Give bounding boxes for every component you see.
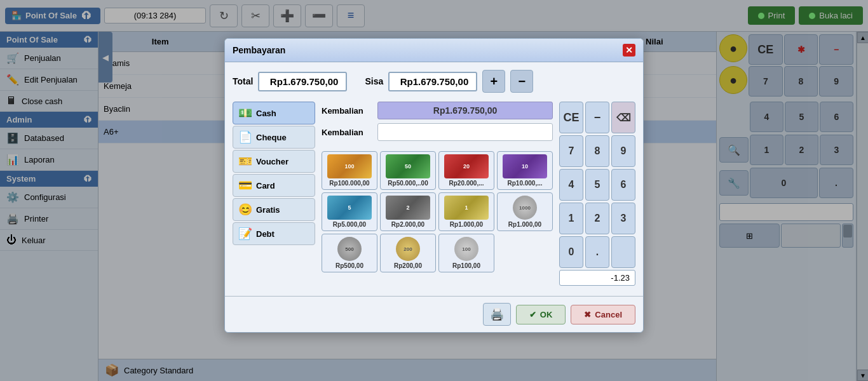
numpad-ce[interactable]: CE [559, 102, 583, 133]
numpad-3[interactable]: 3 [611, 203, 635, 234]
coin-500-visual: 500 [337, 237, 362, 261]
bill-50k-visual: 50 [386, 154, 430, 178]
payment-right: Kembalian Kembalian 100 Rp100 [322, 102, 553, 288]
payment-dialog: Pembayaran ✕ Total Rp1.679.750,00 Sisa R… [224, 38, 644, 333]
plus-btn[interactable]: + [482, 70, 505, 93]
numpad-2[interactable]: 2 [585, 203, 609, 234]
numpad-0[interactable]: 0 [559, 236, 583, 268]
coin-1000-value: Rp1.000,00 [508, 221, 541, 228]
currency-coin-1000[interactable]: 1000 Rp1.000,00 [497, 192, 553, 231]
currency-50k[interactable]: 50 Rp50.000,..00 [380, 151, 436, 190]
cheque-icon: 📄 [238, 130, 252, 144]
numpad-display: -1.23 [559, 270, 635, 286]
minus-btn-dialog[interactable]: − [510, 70, 533, 93]
numpad-6[interactable]: 6 [611, 169, 635, 201]
bill-2k-visual: 2 [386, 196, 430, 220]
payment-dialog-overlay: Pembayaran ✕ Total Rp1.679.750,00 Sisa R… [0, 0, 868, 381]
currency-10k[interactable]: 10 Rp10.000,... [497, 151, 553, 190]
kembalian-input2[interactable] [377, 123, 553, 141]
currency-2k[interactable]: 2 Rp2.000,00 [380, 192, 436, 231]
dialog-footer: 🖨️ ✔ OK ✖ Cancel [225, 296, 643, 332]
coin-200-value: Rp200,00 [394, 262, 422, 269]
gratis-icon: 😊 [238, 203, 252, 217]
numpad-minus[interactable]: − [585, 102, 609, 133]
currency-2k-value: Rp2.000,00 [391, 221, 424, 228]
coin-500-value: Rp500,00 [336, 262, 363, 269]
footer-print-button[interactable]: 🖨️ [483, 303, 511, 326]
pay-cash[interactable]: 💵 Cash [233, 102, 315, 124]
numpad-dot[interactable]: . [585, 236, 609, 268]
cash-icon: 💵 [238, 106, 252, 120]
coin-100-value: Rp100,00 [452, 262, 480, 269]
numpad: CE − ⌫ 7 8 9 4 5 6 1 2 3 0 . [559, 102, 635, 268]
numpad-section: CE − ⌫ 7 8 9 4 5 6 1 2 3 0 . [559, 102, 635, 288]
bill-10k-visual: 10 [503, 154, 547, 178]
kembalian-row1: Kembalian [322, 102, 553, 119]
currency-50k-value: Rp50.000,..00 [388, 180, 428, 187]
voucher-icon: 🎫 [238, 154, 252, 168]
kembalian-label1: Kembalian [322, 106, 372, 116]
ok-check-icon: ✔ [529, 310, 536, 319]
currency-5k-value: Rp5.000,00 [333, 221, 366, 228]
currency-100k-value: Rp100.000,00 [329, 180, 369, 187]
numpad-7[interactable]: 7 [559, 135, 583, 167]
currency-20k-value: Rp20.000,... [449, 180, 484, 187]
numpad-del[interactable]: ⌫ [611, 102, 635, 133]
coin-200-visual: 200 [396, 237, 420, 261]
pay-card[interactable]: 💳 Card [233, 174, 315, 197]
bill-20k-visual: 20 [444, 154, 489, 178]
bill-1k-visual: 1 [444, 196, 489, 220]
dialog-close-button[interactable]: ✕ [623, 44, 635, 57]
pay-debt[interactable]: 📝 Debt [233, 222, 315, 245]
dialog-title: Pembayaran [233, 45, 285, 55]
cancel-x-icon: ✖ [584, 310, 591, 319]
sisa-value: Rp1.679.750,00 [388, 72, 477, 91]
cancel-button[interactable]: ✖ Cancel [571, 305, 635, 324]
currency-1k-bill-value: Rp1.000,00 [450, 221, 483, 228]
bill-5k-visual: 5 [327, 196, 372, 220]
currency-coin-200[interactable]: 200 Rp200,00 [380, 234, 436, 272]
total-row: Total Rp1.679.750,00 Sisa Rp1.679.750,00… [233, 70, 635, 93]
kembalian-section: Kembalian Kembalian [322, 102, 553, 141]
sisa-label: Sisa [365, 76, 383, 86]
bill-100k-visual: 100 [327, 154, 372, 178]
currency-10k-value: Rp10.000,... [507, 180, 542, 187]
currency-1k-bill[interactable]: 1 Rp1.000,00 [438, 192, 494, 231]
kembalian-label2: Kembalian [322, 128, 372, 137]
total-value: Rp1.679.750,00 [258, 72, 347, 91]
currency-grid: 100 Rp100.000,00 50 Rp50.000,..00 20 Rp2… [322, 151, 553, 272]
coin-1000-visual: 1000 [513, 196, 537, 220]
dialog-body: Total Rp1.679.750,00 Sisa Rp1.679.750,00… [225, 62, 643, 296]
numpad-9[interactable]: 9 [611, 135, 635, 167]
numpad-8[interactable]: 8 [585, 135, 609, 167]
debt-icon: 📝 [238, 227, 252, 241]
numpad-4[interactable]: 4 [559, 169, 583, 201]
total-label: Total [233, 76, 253, 86]
currency-5k[interactable]: 5 Rp5.000,00 [322, 192, 377, 231]
numpad-1[interactable]: 1 [559, 203, 583, 234]
pay-gratis[interactable]: 😊 Gratis [233, 198, 315, 221]
ok-button[interactable]: ✔ OK [516, 305, 566, 324]
numpad-placeholder [611, 236, 635, 268]
pay-cheque[interactable]: 📄 Cheque [233, 126, 315, 149]
kembalian-row2: Kembalian [322, 123, 553, 141]
currency-100k[interactable]: 100 Rp100.000,00 [322, 151, 377, 190]
pay-voucher[interactable]: 🎫 Voucher [233, 150, 315, 173]
payment-methods: 💵 Cash 📄 Cheque 🎫 Voucher 💳 Card [233, 102, 315, 288]
currency-20k[interactable]: 20 Rp20.000,... [438, 151, 494, 190]
kembalian-input1[interactable] [377, 102, 553, 119]
coin-100-visual: 100 [454, 237, 478, 261]
dialog-content: 💵 Cash 📄 Cheque 🎫 Voucher 💳 Card [233, 102, 635, 288]
currency-coin-500[interactable]: 500 Rp500,00 [322, 234, 377, 272]
currency-coin-100[interactable]: 100 Rp100,00 [438, 234, 494, 272]
numpad-5[interactable]: 5 [585, 169, 609, 201]
dialog-header: Pembayaran ✕ [225, 39, 643, 62]
card-icon: 💳 [238, 178, 252, 192]
